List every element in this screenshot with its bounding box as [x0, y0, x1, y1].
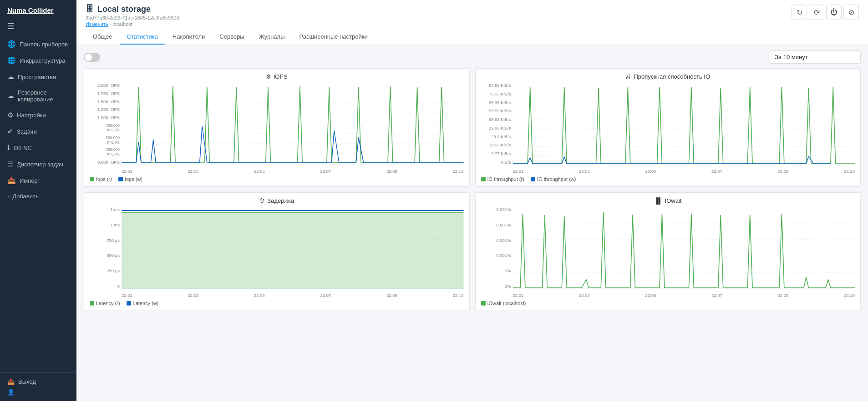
refresh-button[interactable]: ↻ [792, 5, 807, 20]
sidebar: Numa Collider ☰ 🌐 Панель приборов 🌐 Инфр… [0, 0, 76, 401]
sidebar-item-backup[interactable]: ☁ Резервное копирование [0, 85, 76, 107]
hamburger-icon[interactable]: ☰ [0, 19, 76, 36]
sidebar-item-infrastructure[interactable]: 🌐 Инфраструктура [0, 52, 76, 69]
page-title-text: Local storage [97, 5, 151, 14]
tab-statistics[interactable]: Статистика [120, 30, 165, 45]
iowait-svg [513, 207, 855, 289]
sidebar-label-dashboard: Панель приборов [20, 41, 68, 48]
legend-dot-iops-r [90, 177, 94, 181]
header-actions: ↻ ⟳ ⏻ ⊘ [792, 5, 859, 20]
task-manager-icon: ☰ [7, 160, 13, 168]
svg-marker-22 [122, 212, 464, 289]
time-select[interactable]: За 10 минут За 5 минут За 30 минут За 1 … [770, 50, 861, 64]
change-link-text: Изменить - localhost [86, 21, 179, 27]
iops-svg [122, 83, 464, 165]
power-button[interactable]: ⏻ [826, 5, 842, 20]
legend-dot-latency-r [90, 301, 94, 306]
iowait-y-axis: 0.001% 0.001% 0.001% 0.001% 0% 0% [481, 207, 513, 289]
legend-dot-iops-w [118, 177, 123, 181]
tab-storage[interactable]: Накопители [165, 30, 212, 45]
sidebar-logo[interactable]: Numa Collider [0, 0, 76, 19]
legend-dot-iowait [481, 301, 486, 306]
host-text: localhost [112, 21, 132, 27]
latency-y-axis: 1 ms 1 ms 750 μs 500 μs 250 μs 0 [90, 207, 122, 289]
legend-dot-throughput-r [481, 177, 486, 181]
sidebar-item-tasks[interactable]: ✔ Задачи [0, 123, 76, 140]
chart-iops-area: 2.000 IOPS 1.750 IOPS 1.500 IOPS 1.250 I… [90, 83, 464, 174]
chart-latency-area: 1 ms 1 ms 750 μs 500 μs 250 μs 0 [90, 207, 464, 298]
sidebar-item-logout[interactable]: 📤 Выход [7, 378, 69, 385]
header-title-block: 🗄 Local storage 3bd77a30-2c26-71ac-1645-… [86, 5, 179, 27]
iowait-icon: ▐▌ [654, 197, 662, 204]
header-top: 🗄 Local storage 3bd77a30-2c26-71ac-1645-… [86, 5, 859, 27]
sidebar-label-tasks: Задачи [17, 128, 37, 135]
sidebar-label-about: Об NC [14, 145, 32, 151]
throughput-y-axis: 87.89 KiB/s 78.13 KiB/s 68.36 KiB/s 58.5… [481, 83, 513, 165]
chart-latency: ⏱ Задержка 1 ms 1 ms 750 μs 500 μs 250 μ… [84, 192, 470, 311]
header: 🗄 Local storage 3bd77a30-2c26-71ac-1645-… [76, 0, 868, 45]
sidebar-item-settings[interactable]: ⚙ Настройки [0, 107, 76, 123]
legend-dot-latency-w [127, 301, 131, 306]
iops-settings-icon: ⚙ [266, 73, 271, 80]
iops-x-axis: 22:01 22:03 22:05 22:07 22:09 22:10 [122, 169, 464, 174]
toggle-switch[interactable] [84, 53, 100, 62]
sidebar-item-import[interactable]: 📥 Импорт [0, 172, 76, 189]
logout-icon: 📤 [7, 378, 15, 385]
legend-iops-r: Iops (r) [90, 176, 112, 182]
throughput-svg [513, 83, 855, 165]
chart-throughput-area: 87.89 KiB/s 78.13 KiB/s 68.36 KiB/s 58.5… [481, 83, 855, 174]
chart-latency-title: ⏱ Задержка [90, 197, 464, 204]
throughput-x-axis: 22:01 22:03 22:05 22:07 22:09 22:10 [513, 169, 855, 174]
chart-throughput-title: 🖨 Пропускная способность IO [481, 73, 855, 80]
import-icon: 📥 [7, 176, 16, 185]
throughput-legend: IO throughput (r) IO throughput (w) [481, 176, 855, 182]
chart-iowait-title: ▐▌ IOwait [481, 197, 855, 204]
latency-x-axis: 22:01 22:03 22:05 22:07 22:09 22:10 [122, 293, 464, 298]
sidebar-label-backup: Резервное копирование [18, 89, 69, 103]
tasks-icon: ✔ [7, 127, 13, 135]
chart-iowait-area: 0.001% 0.001% 0.001% 0.001% 0% 0% [481, 207, 855, 298]
chart-io-throughput: 🖨 Пропускная способность IO 87.89 KiB/s … [475, 68, 861, 187]
sidebar-item-task-manager[interactable]: ☰ Диспетчер задач [0, 156, 76, 172]
sidebar-item-user[interactable]: 👤 [7, 389, 69, 396]
storage-icon: 🗄 [86, 5, 94, 14]
restore-button[interactable]: ⟳ [809, 5, 824, 20]
tab-advanced[interactable]: Расширенные настройки [292, 30, 375, 45]
charts-grid: ⚙ IOPS 2.000 IOPS 1.750 IOPS 1.500 IOPS … [84, 68, 861, 311]
spaces-icon: ☁ [7, 73, 14, 81]
latency-svg [122, 207, 464, 289]
time-select-wrapper: За 10 минут За 5 минут За 30 минут За 1 … [770, 50, 861, 64]
chart-iops: ⚙ IOPS 2.000 IOPS 1.750 IOPS 1.500 IOPS … [84, 68, 470, 187]
sidebar-label-settings: Настройки [17, 112, 46, 119]
chart-iowait: ▐▌ IOwait 0.001% 0.001% 0.001% 0.001% 0%… [475, 192, 861, 311]
latency-legend: Latency (r) Latency (w) [90, 301, 464, 306]
tabs: Общее Статистика Накопители Серверы Журн… [86, 30, 859, 45]
latency-svg-container [122, 207, 464, 289]
user-icon: 👤 [7, 389, 15, 396]
throughput-svg-container [513, 83, 855, 165]
sidebar-label-logout: Выход [18, 378, 36, 385]
content-area: За 10 минут За 5 минут За 30 минут За 1 … [76, 45, 868, 401]
legend-iowait: IOwait (localhost) [481, 301, 526, 306]
chart-iops-title: ⚙ IOPS [90, 73, 464, 80]
tab-general[interactable]: Общее [86, 30, 120, 45]
cancel-button[interactable]: ⊘ [843, 5, 859, 20]
tab-servers[interactable]: Серверы [212, 30, 251, 45]
legend-iops-w: Iops (w) [118, 176, 142, 182]
tab-logs[interactable]: Журналы [252, 30, 292, 45]
iops-legend: Iops (r) Iops (w) [90, 176, 464, 182]
change-link[interactable]: Изменить [86, 21, 108, 27]
sidebar-label-import: Импорт [20, 177, 40, 184]
legend-throughput-w: IO throughput (w) [531, 176, 576, 182]
legend-throughput-r: IO throughput (r) [481, 176, 524, 182]
iops-svg-container [122, 83, 464, 165]
controls-row: За 10 минут За 5 минут За 30 минут За 1 … [84, 50, 861, 64]
page-title: 🗄 Local storage [86, 5, 179, 14]
latency-icon: ⏱ [259, 197, 265, 204]
sidebar-item-about[interactable]: ℹ Об NC [0, 140, 76, 156]
sidebar-item-add[interactable]: + Добавить [0, 189, 76, 204]
sidebar-bottom: 📤 Выход 👤 [0, 372, 76, 401]
sidebar-item-dashboard[interactable]: 🌐 Панель приборов [0, 36, 76, 52]
sidebar-item-spaces[interactable]: ☁ Пространства [0, 69, 76, 85]
sidebar-label-add: + Добавить [7, 193, 39, 200]
